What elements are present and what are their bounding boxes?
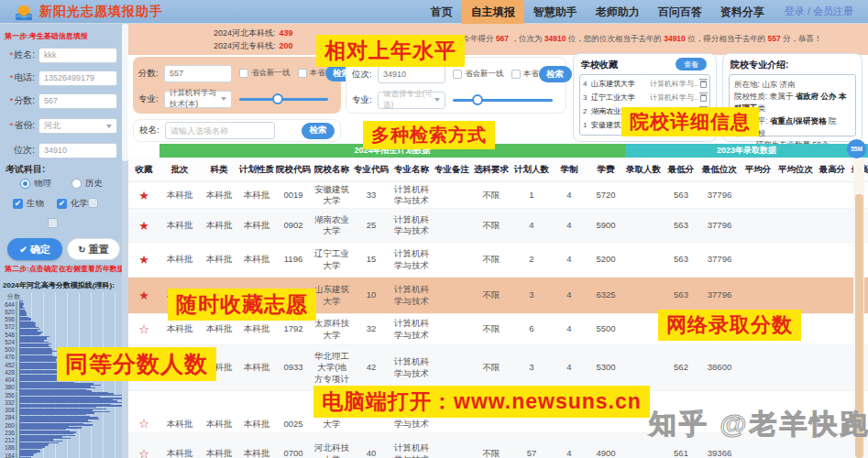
checkbox-label: 化学 <box>71 198 88 210</box>
watermark-logo: 知乎 <box>649 409 709 439</box>
table-cell: 37796 <box>700 289 739 300</box>
table-cell: 本科批 <box>200 448 238 458</box>
table-row[interactable]: ★本科批本科批本科批0019安徽建筑大学33计算机科学与技术不限14572056… <box>128 182 868 209</box>
cutoff-label: 2024河北本科线: <box>214 28 276 38</box>
delete-icon[interactable] <box>700 81 707 88</box>
table-cell: 10 <box>352 289 390 300</box>
name-input[interactable] <box>38 48 117 63</box>
nav-item-self-fill[interactable]: 自主填报 <box>462 0 524 24</box>
nav-item-home[interactable]: 首页 <box>422 0 462 24</box>
collection-item[interactable]: 4山东建筑大学计算机科学与... <box>583 77 707 91</box>
nav-item-qa[interactable]: 百问百答 <box>649 0 711 24</box>
province-select[interactable]: 河北 <box>38 118 117 134</box>
search-by-rank-button[interactable]: 检索 <box>539 66 572 82</box>
capital-newtier-checkbox[interactable] <box>239 69 248 78</box>
cutoff-value: 439 <box>280 28 293 38</box>
major-select[interactable]: 计算机科学与技术(本) <box>164 91 232 108</box>
extra-subject-checkbox[interactable] <box>88 198 102 208</box>
collection-school: 山东建筑大学 <box>591 79 650 89</box>
column-header: 最低位次 <box>700 164 739 176</box>
table-cell: 5900 <box>587 220 625 231</box>
home-province-checkbox[interactable] <box>511 70 521 79</box>
step2-note: 第二步:点击确定在右侧查看历年数据 <box>5 264 125 274</box>
annotation-callout: 多种检索方式 <box>363 121 495 149</box>
nav-item-smart-helper[interactable]: 智慧助手 <box>524 0 587 24</box>
capital-newtier-checkbox[interactable] <box>453 70 462 79</box>
table-row[interactable]: ☆本科批本科批本科批0933华北理工大学(地方专项计42计算机科学与技术不限34… <box>128 345 868 391</box>
table-cell: 40 <box>352 448 390 458</box>
search-by-school-button[interactable]: 检索 <box>302 123 335 139</box>
cutoff-lines: 2024河北本科线:4392024河北专科线:200 <box>214 27 293 52</box>
sidebar-scrollbar[interactable] <box>122 24 128 161</box>
home-province-checkbox[interactable] <box>298 69 307 78</box>
register-link[interactable]: 会员注册 <box>813 5 853 16</box>
score-input[interactable] <box>164 65 232 82</box>
sidebar: 第一步:考生基础信息填报 *姓名:*电话:*分数:*省份:河北位次: 考试科目:… <box>0 24 128 458</box>
physics-radio[interactable]: 物理 <box>20 178 51 190</box>
chart-title: 2024年河北高考分数模拟线(理科): <box>3 280 115 290</box>
collection-rank: 4 <box>583 80 591 88</box>
summary-text: 位，得分相当于去年的 <box>686 34 768 43</box>
favorite-star[interactable]: ★ <box>128 190 159 202</box>
nav-item-resource-share[interactable]: 资料分享 <box>711 0 774 24</box>
college-info-title: 院校专业介绍: <box>731 59 788 71</box>
rank-input[interactable] <box>38 143 117 158</box>
equivalent-score-text: 您今年得分 567 ，位次为 34910 位，您的位次相当于去年的 34910 … <box>455 34 822 45</box>
view-collection-button[interactable]: 查看 <box>676 58 707 71</box>
checkbox-label: 生物 <box>27 198 44 210</box>
table-cell: 大学 <box>312 419 352 430</box>
favorite-star[interactable]: ★ <box>128 289 159 301</box>
table-cell: 38600 <box>700 362 739 373</box>
table-row[interactable]: ★本科批本科批本科批1196辽宁工业大学15计算机科学与技术不限24520056… <box>128 243 868 278</box>
confirm-button[interactable]: ✔确定 <box>7 238 62 260</box>
history-radio[interactable]: 历史 <box>71 178 103 190</box>
table-cell: 563 <box>662 190 700 201</box>
table-cell: 15 <box>352 254 390 265</box>
table-cell: 计算机科学与技术 <box>390 214 433 237</box>
slider-handle[interactable] <box>472 94 483 105</box>
sidebar-scrollbar-track <box>122 24 128 458</box>
table-row[interactable]: ★本科批本科批本科批0902湖南农业大学25计算机科学与技术不限44590056… <box>128 209 868 243</box>
favorite-star[interactable]: ☆ <box>128 448 159 458</box>
chemistry-checkbox[interactable]: ✔化学 <box>57 198 88 210</box>
y-axis-tick: 596 <box>0 316 17 323</box>
login-link[interactable]: 登录 <box>785 5 805 16</box>
score-value: 557 <box>768 34 781 43</box>
delete-icon[interactable] <box>700 94 707 102</box>
favorite-star[interactable]: ☆ <box>128 323 159 335</box>
annotation-callout: 随时收藏志愿 <box>168 289 316 321</box>
column-header: 最低分 <box>662 164 700 176</box>
favorite-star[interactable]: ☆ <box>128 418 159 430</box>
summary-text: 位，您的位次相当于去年的 <box>566 34 664 43</box>
slider-handle[interactable] <box>272 93 283 104</box>
table-cell: 4 <box>511 220 552 231</box>
rank-input[interactable] <box>378 66 445 83</box>
major-select[interactable]: 请选择专业(可选) <box>378 92 445 109</box>
floating-badge[interactable]: 55M <box>847 139 866 158</box>
table-cell: 计算机科学与技术 <box>390 248 433 271</box>
y-axis-tick: 332 <box>0 399 17 407</box>
major-range-slider[interactable] <box>239 98 328 101</box>
watermark-handle: @老羊快跑 <box>720 409 868 439</box>
name-label: *姓名: <box>0 49 35 61</box>
collection-item[interactable]: 3辽宁工业大学计算机科学与... <box>583 91 707 104</box>
radio-dot <box>71 179 82 189</box>
score-input[interactable] <box>38 93 117 109</box>
favorite-star[interactable]: ★ <box>128 254 159 266</box>
school-name-input[interactable] <box>165 122 275 139</box>
reset-button[interactable]: ↻重置 <box>67 238 120 260</box>
table-cell: 4900 <box>587 448 625 458</box>
chevron-down-icon <box>434 98 440 102</box>
major-range-slider[interactable] <box>453 99 553 102</box>
biology-checkbox[interactable]: ✔生物 <box>13 198 44 210</box>
score-field-row: *分数: <box>0 92 128 110</box>
table-cell: 不限 <box>471 448 511 458</box>
column-header: 院校代码 <box>275 164 312 176</box>
table-cell: 4 <box>552 289 587 300</box>
capital-newtier-label: 省会新一线 <box>251 68 291 79</box>
favorite-star[interactable]: ★ <box>128 220 159 232</box>
phone-input[interactable] <box>38 71 117 86</box>
nav-item-teacher-help[interactable]: 老师助力 <box>587 0 649 24</box>
extra-subject-checkbox[interactable] <box>48 218 61 228</box>
province-label: *省份: <box>0 119 35 132</box>
